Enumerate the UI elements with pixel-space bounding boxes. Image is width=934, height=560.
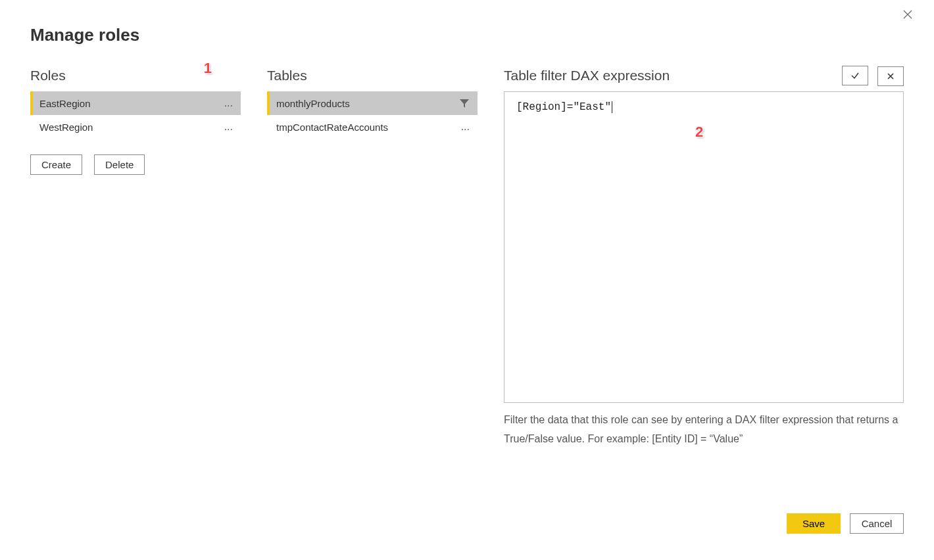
expression-hint: Filter the data that this role can see b… xyxy=(504,411,904,449)
roles-header: Roles xyxy=(30,68,66,83)
more-icon[interactable]: ... xyxy=(223,101,234,106)
filter-icon xyxy=(458,97,471,110)
tables-column: Tables monthlyProducts tmpContactRateAcc… xyxy=(267,64,478,449)
dax-expression-value: [Region]="East" xyxy=(516,101,611,113)
expression-header: Table filter DAX expression xyxy=(504,68,670,83)
roles-column: Roles EastRegion ... WestRegion ... Crea… xyxy=(30,64,241,449)
role-item[interactable]: WestRegion ... xyxy=(30,115,241,139)
table-item[interactable]: monthlyProducts xyxy=(267,91,478,115)
more-icon[interactable]: ... xyxy=(223,124,234,129)
expression-column: Table filter DAX expression [Region]="Ea… xyxy=(504,64,904,449)
tables-header: Tables xyxy=(267,68,307,83)
save-button[interactable]: Save xyxy=(787,513,841,534)
create-button[interactable]: Create xyxy=(30,154,82,175)
reject-expression-button[interactable] xyxy=(877,66,904,86)
dialog-footer: Save Cancel xyxy=(787,513,904,534)
role-item[interactable]: EastRegion ... xyxy=(30,91,241,115)
tables-list: monthlyProducts tmpContactRateAccounts .… xyxy=(267,91,478,139)
cancel-button[interactable]: Cancel xyxy=(850,513,904,534)
more-icon[interactable]: ... xyxy=(460,124,471,129)
delete-button[interactable]: Delete xyxy=(94,154,145,175)
table-item[interactable]: tmpContactRateAccounts ... xyxy=(267,115,478,139)
role-item-label: EastRegion xyxy=(39,98,91,109)
close-icon[interactable] xyxy=(900,7,916,22)
text-caret xyxy=(612,101,612,113)
page-title: Manage roles xyxy=(30,25,904,45)
annotation-2: 2 xyxy=(695,124,703,141)
table-item-label: monthlyProducts xyxy=(276,98,350,109)
role-item-label: WestRegion xyxy=(39,122,93,133)
accept-expression-button[interactable] xyxy=(842,66,868,85)
roles-list: EastRegion ... WestRegion ... xyxy=(30,91,241,139)
table-item-label: tmpContactRateAccounts xyxy=(276,122,388,133)
dax-expression-input[interactable]: [Region]="East" 2 xyxy=(504,91,904,403)
